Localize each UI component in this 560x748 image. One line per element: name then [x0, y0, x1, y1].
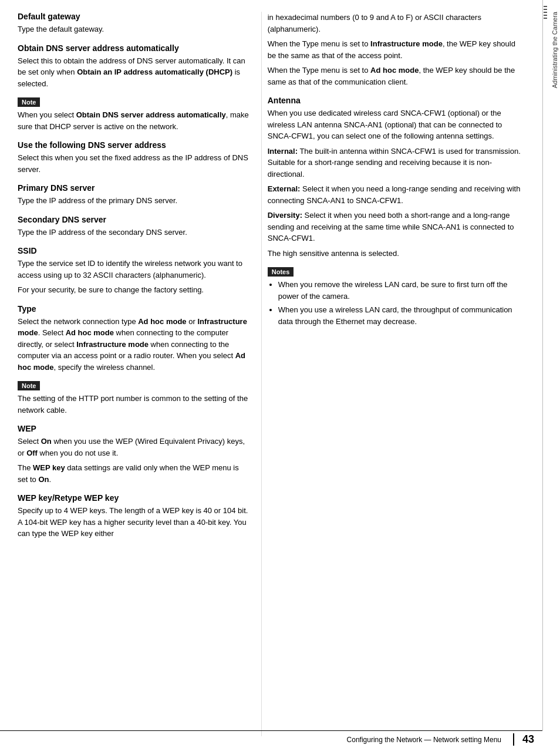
para-antenna-intro: When you use dedicated wireless card SNC… [268, 107, 525, 142]
antenna-diversity: Diversity: Select it when you need both … [268, 210, 525, 244]
para-default-gateway: Type the default gateway. [18, 23, 249, 35]
heading-wep-key: WEP key/Retype WEP key [18, 493, 249, 503]
antenna-external: External: Select it when you need a long… [268, 183, 525, 206]
note-text-obtain-dns: When you select Obtain DNS server addres… [18, 109, 249, 132]
sidebar-line-4 [544, 15, 547, 16]
heading-secondary-dns: Secondary DNS server [18, 215, 249, 224]
sidebar-line-5 [544, 18, 547, 19]
note-label-obtain-dns: Note [18, 97, 40, 107]
antenna-external-desc: Select it when you need a long-range sen… [268, 184, 521, 205]
sidebar-tab-area: Administrating the Camera [542, 0, 560, 730]
note-text-type: The setting of the HTTP port number is c… [18, 393, 249, 416]
right-column: in hexadecimal numbers (0 to 9 and A to … [261, 12, 525, 736]
sidebar-line-1 [544, 6, 547, 7]
left-column: Default gateway Type the default gateway… [18, 12, 261, 736]
antenna-note-2: When you use a wireless LAN card, the th… [278, 304, 525, 327]
heading-use-dns: Use the following DNS server address [18, 140, 249, 150]
antenna-diversity-term: Diversity: [268, 211, 302, 220]
antenna-note-1: When you remove the wireless LAN card, b… [278, 279, 525, 302]
para-primary-dns: Type the IP address of the primary DNS s… [18, 195, 249, 207]
antenna-diversity-desc: Select it when you need both a short-ran… [268, 211, 514, 242]
antenna-external-term: External: [268, 184, 301, 193]
antenna-definitions: Internal: The built-in antenna within SN… [268, 146, 525, 244]
heading-default-gateway: Default gateway [18, 12, 249, 21]
para-right-intro-3: When the Type menu is set to Ad hoc mode… [268, 65, 525, 87]
para-type: Select the network connection type Ad ho… [18, 316, 249, 373]
para-secondary-dns: Type the IP address of the secondary DNS… [18, 227, 249, 238]
sidebar-line-2 [544, 9, 547, 10]
sidebar-tab-label: Administrating the Camera [551, 12, 558, 88]
heading-obtain-dns: Obtain DNS server address automatically [18, 43, 249, 53]
heading-primary-dns: Primary DNS server [18, 183, 249, 193]
para-wep-key: Specify up to 4 WEP keys. The length of … [18, 505, 249, 540]
heading-type: Type [18, 304, 249, 314]
para-use-dns: Select this when you set the fixed addre… [18, 152, 249, 175]
para-right-intro-2: When the Type menu is set to Infrastruct… [268, 38, 525, 61]
para-ssid-2: For your security, be sure to change the… [18, 284, 249, 296]
heading-ssid: SSID [18, 246, 249, 255]
antenna-internal-term: Internal: [268, 147, 298, 156]
para-antenna-after: The high sensitive antenna is selected. [268, 248, 525, 260]
heading-antenna: Antenna [268, 96, 525, 105]
note-label-type: Note [18, 381, 40, 390]
notes-label-antenna: Notes [268, 267, 294, 277]
sidebar-line-3 [544, 12, 547, 13]
antenna-notes-list: When you remove the wireless LAN card, b… [278, 279, 525, 327]
footer-text: Configuring the Network — Network settin… [6, 736, 513, 744]
page-number: 43 [513, 733, 537, 746]
para-wep-1: Select On when you use the WEP (Wired Eq… [18, 436, 249, 459]
para-right-intro-1: in hexadecimal numbers (0 to 9 and A to … [268, 12, 525, 35]
antenna-internal: Internal: The built-in antenna within SN… [268, 146, 525, 180]
para-obtain-dns: Select this to obtain the address of DNS… [18, 55, 249, 90]
footer-bar: Configuring the Network — Network settin… [0, 730, 542, 748]
para-wep-2: The WEP key data settings are valid only… [18, 462, 249, 485]
heading-wep: WEP [18, 424, 249, 433]
sidebar-lines [544, 6, 547, 19]
para-ssid-1: Type the service set ID to identify the … [18, 258, 249, 281]
antenna-internal-desc: The built-in antenna within SNCA-CFW1 is… [268, 147, 521, 178]
